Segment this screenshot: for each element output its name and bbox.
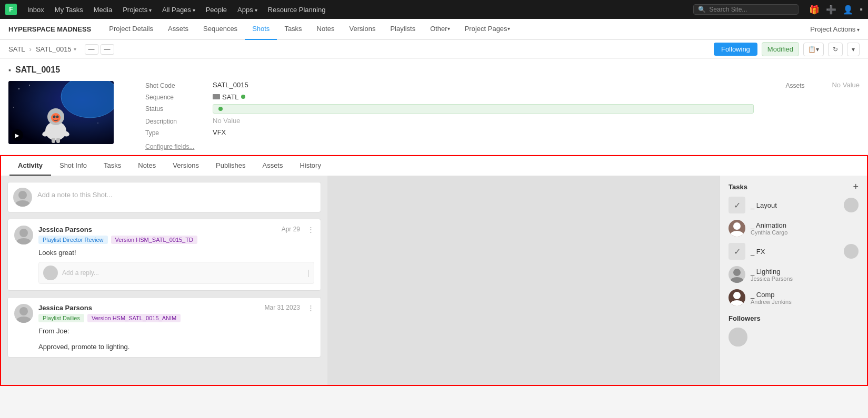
activity-more-icon[interactable]: ⋮	[307, 226, 314, 233]
sequence-icon	[213, 94, 220, 99]
status-value[interactable]	[213, 104, 754, 114]
modified-button[interactable]: Modified	[762, 42, 799, 56]
activity-tags: Playlist Director Review Version HSM_SAT…	[38, 236, 276, 244]
tab-tasks[interactable]: Tasks	[95, 156, 129, 176]
breadcrumb-dropdown-icon[interactable]: ▾	[74, 46, 76, 52]
tab-publishes[interactable]: Publishes	[207, 156, 254, 176]
activity-date: Apr 29	[282, 226, 300, 233]
reply-box: Add a reply... |	[38, 262, 314, 284]
search-bar[interactable]: 🔍 Search Site...	[693, 4, 799, 15]
activity-item: Jessica Parsons Playlist Director Review…	[7, 219, 321, 291]
following-button[interactable]: Following	[714, 43, 757, 56]
reply-input[interactable]: Add a reply...	[62, 269, 303, 277]
play-icon[interactable]: ▶	[12, 129, 23, 141]
tasks-label: Tasks	[729, 183, 747, 191]
nav-inbox[interactable]: Inbox	[27, 6, 44, 14]
tag-version-td[interactable]: Version HSM_SATL_0015_TD	[111, 236, 197, 244]
shot-image	[8, 81, 114, 144]
svg-point-23	[19, 307, 28, 315]
activity-body-line2: Approved, promote to lighting.	[38, 343, 314, 351]
refresh-button[interactable]: ↻	[828, 43, 843, 56]
nav-people[interactable]: People	[206, 6, 227, 14]
task-name[interactable]: _ FX	[751, 248, 839, 256]
nav-projects[interactable]: Projects	[123, 6, 152, 14]
add-task-button[interactable]: +	[853, 182, 859, 191]
breadcrumb-current: SATL_0015 ▾	[36, 45, 76, 53]
plus-icon[interactable]: ➕	[826, 5, 836, 15]
activity-more-icon[interactable]: ⋮	[307, 304, 314, 312]
nav-resource-planning[interactable]: Resource Planning	[268, 6, 326, 14]
nav-other[interactable]: Other	[423, 19, 457, 40]
avatar-icon[interactable]: ▪	[860, 5, 863, 14]
task-name[interactable]: _ Animation	[751, 221, 859, 229]
note-input[interactable]: Add a note to this Shot...	[37, 188, 315, 199]
breadcrumb-bar: SATL › SATL_0015 ▾ — — Following Modifie…	[0, 40, 868, 59]
tag-playlist-dailies[interactable]: Playlist Dailies	[38, 314, 84, 322]
checkmark-icon: ✓	[734, 200, 741, 210]
type-value: VFX	[213, 128, 754, 137]
nav-versions[interactable]: Versions	[342, 19, 383, 40]
tab-assets[interactable]: Assets	[254, 156, 291, 176]
description-label: Description	[145, 117, 208, 125]
configure-fields-link[interactable]: Configure fields...	[145, 143, 754, 150]
nav-notes[interactable]: Notes	[310, 19, 342, 40]
task-info: _ Comp Andrew Jenkins	[751, 291, 859, 305]
more-button[interactable]: ▾	[847, 43, 860, 56]
copy-icon-button[interactable]: 📋▾	[803, 43, 824, 56]
task-assignee: Cynthia Cargo	[751, 229, 859, 236]
shot-code-value: SATL_0015	[213, 81, 754, 89]
svg-point-10	[51, 113, 61, 123]
shot-header: ▪ SATL_0015	[0, 59, 868, 155]
attach-icon[interactable]: |	[307, 269, 310, 277]
task-info: _ FX	[751, 248, 839, 256]
shot-thumbnail[interactable]: ▶	[8, 81, 114, 144]
tab-notes[interactable]: Notes	[129, 156, 164, 176]
task-name[interactable]: _ Comp	[751, 291, 859, 299]
gift-icon[interactable]: 🎁	[809, 5, 820, 15]
tag-version-anim[interactable]: Version HSM_SATL_0015_ANIM	[87, 314, 181, 322]
description-value: No Value	[213, 117, 754, 125]
current-user-avatar	[13, 188, 32, 207]
project-actions-button[interactable]: Project Actions	[810, 25, 860, 33]
svg-point-28	[731, 277, 743, 283]
nav-my-tasks[interactable]: My Tasks	[55, 6, 83, 14]
task-item-lighting: _ Lighting Jessica Parsons	[729, 266, 859, 283]
tab-shot-info[interactable]: Shot Info	[51, 156, 95, 176]
nav-playlists[interactable]: Playlists	[383, 19, 423, 40]
tab-activity[interactable]: Activity	[9, 156, 51, 176]
sequence-value[interactable]: SATL	[213, 93, 754, 101]
nav-all-pages[interactable]: All Pages	[162, 6, 195, 14]
activity-avatar	[14, 304, 33, 323]
svg-point-4	[29, 85, 30, 86]
breadcrumb-prev-button[interactable]: —	[85, 44, 98, 55]
svg-point-18	[15, 200, 30, 207]
user-circle-icon[interactable]: 👤	[843, 5, 853, 15]
tab-versions[interactable]: Versions	[164, 156, 207, 176]
nav-project-details[interactable]: Project Details	[102, 19, 161, 40]
assets-value: No Value	[832, 81, 860, 89]
top-navigation: F Inbox My Tasks Media Projects All Page…	[0, 0, 868, 19]
svg-point-31	[734, 331, 742, 339]
nav-tasks[interactable]: Tasks	[277, 19, 309, 40]
breadcrumb-parent[interactable]: SATL	[8, 45, 25, 53]
nav-apps[interactable]: Apps	[237, 6, 257, 14]
tab-history[interactable]: History	[291, 156, 329, 176]
activity-meta: Jessica Parsons Playlist Dailies Version…	[38, 304, 260, 322]
project-title: HYPERSPACE MADNESS	[8, 25, 91, 33]
activity-avatar	[14, 226, 33, 244]
activity-feed: Add a note to this Shot... Jessica Parso…	[1, 176, 327, 385]
nav-project-pages[interactable]: Project Pages	[457, 19, 517, 40]
task-fx-icon: ✓	[729, 243, 745, 260]
task-name[interactable]: _ Lighting	[751, 268, 859, 276]
breadcrumb-next-button[interactable]: —	[101, 44, 114, 55]
task-name[interactable]: _ Layout	[751, 201, 839, 209]
nav-shots[interactable]: Shots	[245, 19, 277, 40]
top-nav-icons: 🎁 ➕ 👤 ▪	[809, 5, 863, 15]
nav-sequences[interactable]: Sequences	[196, 19, 245, 40]
tag-playlist-director-review[interactable]: Playlist Director Review	[38, 236, 108, 244]
sequence-status-dot	[241, 95, 245, 99]
nav-assets[interactable]: Assets	[161, 19, 196, 40]
project-navigation: HYPERSPACE MADNESS Project Details Asset…	[0, 19, 868, 40]
nav-media[interactable]: Media	[94, 6, 112, 14]
app-logo[interactable]: F	[5, 4, 17, 15]
